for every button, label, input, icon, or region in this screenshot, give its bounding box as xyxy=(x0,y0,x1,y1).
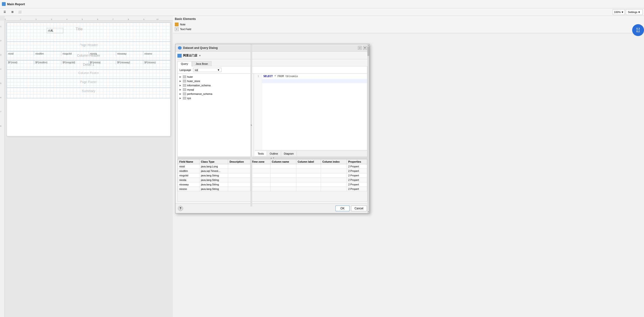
tz-niosway xyxy=(250,182,270,187)
colname-niosta xyxy=(270,178,296,182)
sql-rest: * FROM tblnomio xyxy=(274,75,298,78)
table-row[interactable]: nioid java.lang.Long 2 Propert xyxy=(178,164,367,169)
tree-label-sys: sys xyxy=(187,97,191,100)
dialog-footer: ? OK Cancel xyxy=(176,203,369,213)
tab-java-bean[interactable]: Java Bean xyxy=(192,61,212,66)
detail-section: $F{nioid} $F{niodttm} $F{niogctid} $F{ni… xyxy=(7,60,170,70)
language-arrow: ▼ xyxy=(217,69,220,71)
help-button[interactable]: ? xyxy=(178,206,183,211)
colname-niodttm xyxy=(270,169,296,173)
vertical-splitter[interactable]: ⇅ xyxy=(250,44,252,206)
tree-item-performance-schema[interactable]: ▶ performance_schema xyxy=(178,92,253,96)
collabel-nioid xyxy=(296,164,321,169)
ok-button[interactable]: OK xyxy=(336,206,349,211)
tree-arrow-info-schema: ▶ xyxy=(180,84,182,87)
db-icon-mysql xyxy=(183,88,186,91)
tree-label-info-schema: information_schema xyxy=(187,84,210,87)
zoom-dropdown[interactable]: 100% ▼ xyxy=(613,9,625,15)
language-row: Language sql ▼ xyxy=(178,66,367,74)
toolbar-btn-3[interactable]: ⬜ xyxy=(16,9,23,15)
tree-arrow-perf-schema: ▶ xyxy=(180,93,182,95)
fields-area[interactable]: Field Name Class Type Description Time z… xyxy=(178,159,367,201)
language-dropdown[interactable]: sql ▼ xyxy=(193,68,222,72)
summary-label: Summary xyxy=(7,88,170,94)
settings-label: Settings xyxy=(628,11,637,14)
column-header-section: nioid niodttm niogctid niosta niosway ni… xyxy=(7,51,170,60)
field-name-nioid: nioid xyxy=(178,164,200,169)
tree-item-information-schema[interactable]: ▶ information_schema xyxy=(178,83,253,88)
class-type-niosta: java.lang.String xyxy=(200,178,228,182)
tree-item-huier[interactable]: ▶ huier xyxy=(178,75,253,79)
column-footer-label: Column Footer xyxy=(7,70,170,76)
zoom-arrow: ▼ xyxy=(621,11,624,14)
col-header-niogctid: niogctid xyxy=(61,52,88,56)
canvas-area: 0 1 2 3 4 5 6 7 8 9 10 1 2 3 4 5 6 7 8 xyxy=(0,16,173,317)
dialog-titlebar: Dataset and Query Dialog □ ✕ xyxy=(176,44,369,52)
page-footer-label: Page Footer xyxy=(7,79,170,85)
tz-nioid xyxy=(250,164,270,169)
class-type-niogctid: java.lang.String xyxy=(200,173,228,178)
colindex-niosta xyxy=(321,178,347,182)
dialog-title-text: Dataset and Query Dialog xyxy=(183,46,218,50)
page-header-label: Page Header xyxy=(7,42,170,48)
desc-niodttm xyxy=(228,169,250,173)
note-icon xyxy=(175,23,178,26)
table-row[interactable]: niosta java.lang.String 2 Propert xyxy=(178,178,367,182)
dialog-minimize-btn[interactable]: □ xyxy=(358,46,362,50)
element-textfield[interactable]: T Text Field xyxy=(175,27,642,32)
tab-query[interactable]: Query xyxy=(178,61,192,66)
page-footer-section: Page Footer xyxy=(7,79,170,88)
toolbar-btn-1[interactable]: ☰ xyxy=(2,9,8,15)
colname-niosno xyxy=(270,187,296,191)
colname-niosway xyxy=(270,182,296,187)
datasource-bar: 阿里云门店 ▼ xyxy=(178,54,367,59)
tree-item-mysql[interactable]: ▶ mysql xyxy=(178,88,253,92)
cancel-button[interactable]: Cancel xyxy=(351,206,367,211)
colindex-nioid xyxy=(321,164,347,169)
tree-label-huier-store: huier_store xyxy=(187,80,200,83)
detail-niosway: $F{niosway} xyxy=(116,61,143,65)
tz-niogctid xyxy=(250,173,270,178)
collabel-niosta xyxy=(296,178,321,182)
colindex-niogctid xyxy=(321,173,347,178)
tree-panel[interactable]: ▶ huier ▶ huier_store ▶ xyxy=(178,74,254,157)
horizontal-splitter[interactable]: ▲ ▼ xyxy=(178,157,367,159)
collabel-niosway xyxy=(296,182,321,187)
dialog-controls: □ ✕ xyxy=(358,46,367,50)
help-icon: ? xyxy=(180,207,181,210)
dataset-dialog: Dataset and Query Dialog □ ✕ 阿里云门店 ▼ xyxy=(175,44,370,213)
settings-button[interactable]: Settings ▼ xyxy=(626,9,642,15)
title-text-element[interactable]: Title xyxy=(76,27,83,31)
tree-arrow-huier: ▶ xyxy=(180,76,182,78)
sql-tab-diagram[interactable]: Diagram xyxy=(281,151,297,156)
table-row[interactable]: niosway java.lang.String 2 Propert xyxy=(178,182,367,187)
datasource-dropdown-arrow[interactable]: ▼ xyxy=(199,54,201,57)
table-row[interactable]: niosno java.lang.String 2 Propert xyxy=(178,187,367,191)
sql-tab-texts[interactable]: Texts xyxy=(255,151,267,156)
textfield-label: Text Field xyxy=(180,28,191,31)
toolbar: ☰ ⊞ ⬜ 100% ▼ Settings ▼ xyxy=(0,8,644,16)
app-icon xyxy=(2,2,6,6)
class-type-niosno: java.lang.String xyxy=(200,187,228,191)
table-row[interactable]: niogctid java.lang.String 2 Propert xyxy=(178,173,367,178)
summary-section: Summary xyxy=(7,88,170,98)
fields-table: Field Name Class Type Description Time z… xyxy=(178,159,367,191)
sql-editor[interactable]: SELECT * FROM tblnomio xyxy=(262,74,367,150)
basic-elements-title: Basic Elements xyxy=(175,17,642,21)
table-row[interactable]: niodttm java.sql.Timest... 2 Propert xyxy=(178,169,367,173)
collabel-niogctid xyxy=(296,173,321,178)
dialog-close-btn[interactable]: ✕ xyxy=(363,46,367,50)
splitter-indicator: ▲ ▼ xyxy=(270,157,274,159)
sql-tab-outline[interactable]: Outline xyxy=(267,151,281,156)
colindex-niosno xyxy=(321,187,347,191)
title-small-text: 小风 xyxy=(48,29,53,33)
tree-item-huier-store[interactable]: ▶ huier_store xyxy=(178,79,253,83)
detail-niosta: $F{niosta} xyxy=(89,61,116,65)
sql-keyword-select: SELECT xyxy=(264,75,273,78)
toolbar-btn-2[interactable]: ⊞ xyxy=(9,9,16,15)
element-note[interactable]: Note xyxy=(175,22,642,27)
tree-item-sys[interactable]: ▶ sys xyxy=(178,96,253,100)
dialog-icon xyxy=(178,46,182,50)
title-small-box[interactable]: 小风 xyxy=(47,28,63,33)
settings-arrow: ▼ xyxy=(638,11,640,14)
